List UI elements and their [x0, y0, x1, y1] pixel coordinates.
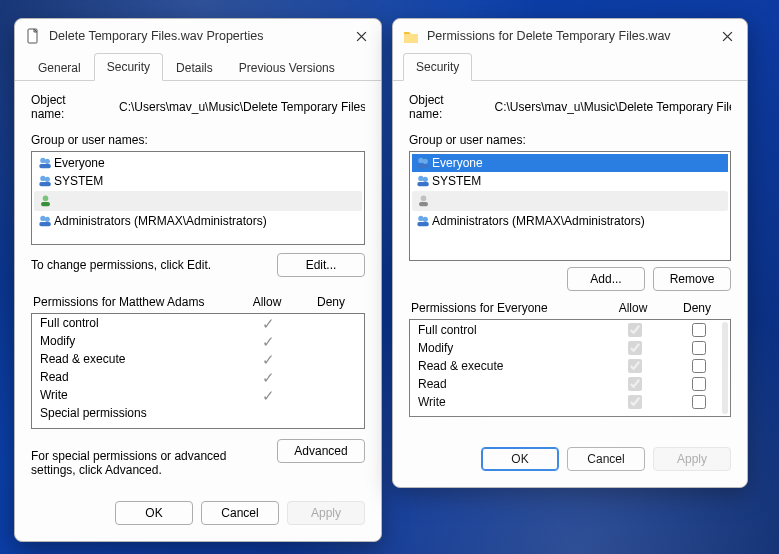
permissions-list: Full control ✓ Modify ✓ Read & execute ✓… — [31, 313, 365, 429]
deny-checkbox[interactable] — [692, 377, 706, 391]
svg-point-2 — [40, 158, 45, 163]
folder-icon — [403, 28, 419, 44]
check-icon: ✓ — [262, 316, 275, 331]
user-icon — [414, 194, 432, 208]
deny-checkbox[interactable] — [692, 395, 706, 409]
tab-details[interactable]: Details — [163, 54, 226, 81]
properties-window: Delete Temporary Files.wav Properties Ge… — [14, 18, 382, 542]
object-name-value: C:\Users\mav_u\Music\Delete Temporary Fi… — [119, 100, 365, 114]
principal-label: Administrators (MRMAX\Administrators) — [432, 214, 645, 228]
principal-system[interactable]: SYSTEM — [34, 172, 362, 190]
group-icon — [36, 214, 54, 228]
svg-point-8 — [42, 196, 48, 202]
deny-checkbox[interactable] — [692, 323, 706, 337]
svg-point-22 — [422, 217, 427, 222]
perm-label: Modify — [418, 341, 602, 355]
deny-checkbox[interactable] — [692, 341, 706, 355]
allow-header: Allow — [601, 301, 665, 315]
principals-list[interactable]: Everyone SYSTEM Administrators (MRMAX\Ad… — [409, 151, 731, 261]
cancel-button[interactable]: Cancel — [567, 447, 645, 471]
perm-read-execute: Read & execute — [410, 356, 730, 374]
svg-point-5 — [40, 176, 45, 181]
close-button[interactable] — [341, 19, 381, 53]
tab-previous-versions[interactable]: Previous Versions — [226, 54, 348, 81]
cancel-button[interactable]: Cancel — [201, 501, 279, 525]
svg-point-17 — [422, 177, 427, 182]
svg-rect-23 — [417, 222, 428, 226]
check-icon: ✓ — [262, 352, 275, 367]
dialog-buttons: OK Cancel Apply — [393, 435, 747, 487]
perm-modify: Modify ✓ — [32, 332, 364, 350]
svg-rect-15 — [417, 164, 428, 168]
check-icon: ✓ — [262, 370, 275, 385]
tab-security[interactable]: Security — [94, 53, 163, 81]
redacted-bar — [56, 194, 358, 208]
group-names-label: Group or user names: — [409, 133, 731, 147]
apply-button[interactable]: Apply — [653, 447, 731, 471]
group-icon — [36, 156, 54, 170]
object-name-value: C:\Users\mav_u\Music\Delete Temporary Fi… — [495, 100, 732, 114]
remove-button[interactable]: Remove — [653, 267, 731, 291]
scrollbar[interactable] — [722, 322, 728, 414]
perm-modify: Modify — [410, 338, 730, 356]
perm-full-control: Full control — [410, 320, 730, 338]
group-names-label: Group or user names: — [31, 133, 365, 147]
svg-point-11 — [44, 217, 49, 222]
principal-everyone[interactable]: Everyone — [34, 154, 362, 172]
file-icon — [25, 28, 41, 44]
titlebar: Permissions for Delete Temporary Files.w… — [393, 19, 747, 53]
svg-rect-12 — [39, 222, 50, 226]
principal-everyone[interactable]: Everyone — [412, 154, 728, 172]
principal-administrators[interactable]: Administrators (MRMAX\Administrators) — [412, 212, 728, 230]
svg-rect-18 — [417, 182, 428, 186]
allow-checkbox[interactable] — [628, 323, 642, 337]
perm-label: Full control — [40, 316, 236, 330]
svg-point-3 — [44, 159, 49, 164]
perm-label: Read & execute — [418, 359, 602, 373]
allow-checkbox[interactable] — [628, 359, 642, 373]
svg-point-16 — [418, 176, 423, 181]
permissions-list: Full control Modify Read & execute Read — [409, 319, 731, 417]
principal-system[interactable]: SYSTEM — [412, 172, 728, 190]
deny-header: Deny — [299, 295, 363, 309]
svg-rect-4 — [39, 164, 50, 168]
svg-point-14 — [422, 159, 427, 164]
advanced-button[interactable]: Advanced — [277, 439, 365, 463]
svg-point-10 — [40, 216, 45, 221]
advanced-note: For special permissions or advanced sett… — [31, 449, 231, 477]
tab-strip: Security — [393, 53, 747, 81]
svg-rect-7 — [39, 182, 50, 186]
allow-checkbox[interactable] — [628, 341, 642, 355]
window-title: Permissions for Delete Temporary Files.w… — [427, 29, 707, 43]
add-button[interactable]: Add... — [567, 267, 645, 291]
principal-label: Everyone — [432, 156, 483, 170]
perm-read: Read — [410, 374, 730, 392]
perm-label: Modify — [40, 334, 236, 348]
perm-label: Write — [40, 388, 236, 402]
perm-read: Read ✓ — [32, 368, 364, 386]
security-panel: Object name: C:\Users\mav_u\Music\Delete… — [15, 81, 381, 489]
tab-security[interactable]: Security — [403, 53, 472, 81]
allow-checkbox[interactable] — [628, 395, 642, 409]
ok-button[interactable]: OK — [481, 447, 559, 471]
principal-administrators[interactable]: Administrators (MRMAX\Administrators) — [34, 212, 362, 230]
permissions-for-label: Permissions for Matthew Adams — [33, 295, 235, 309]
principal-redacted[interactable] — [412, 191, 728, 211]
edit-button[interactable]: Edit... — [277, 253, 365, 277]
principals-list[interactable]: Everyone SYSTEM Administrators (MRMAX\Ad… — [31, 151, 365, 245]
perm-full-control: Full control ✓ — [32, 314, 364, 332]
ok-button[interactable]: OK — [115, 501, 193, 525]
svg-point-19 — [420, 196, 426, 202]
perm-read-execute: Read & execute ✓ — [32, 350, 364, 368]
allow-checkbox[interactable] — [628, 377, 642, 391]
close-button[interactable] — [707, 19, 747, 53]
principal-redacted[interactable] — [34, 191, 362, 211]
tab-general[interactable]: General — [25, 54, 94, 81]
apply-button[interactable]: Apply — [287, 501, 365, 525]
deny-checkbox[interactable] — [692, 359, 706, 373]
principal-label: SYSTEM — [432, 174, 481, 188]
svg-point-13 — [418, 158, 423, 163]
perm-label: Special permissions — [40, 406, 236, 420]
deny-header: Deny — [665, 301, 729, 315]
close-icon — [722, 31, 733, 42]
